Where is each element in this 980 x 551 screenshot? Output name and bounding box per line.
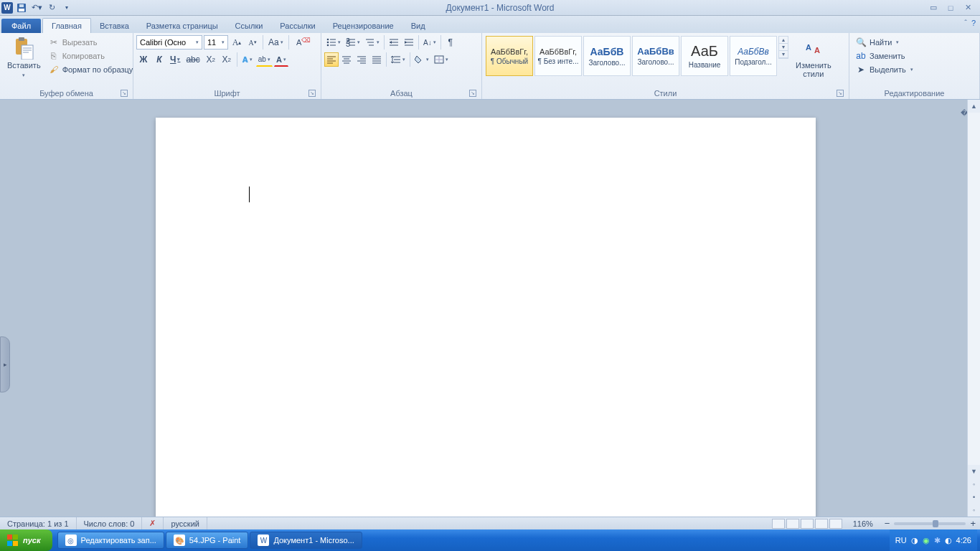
status-language[interactable]: русский bbox=[164, 517, 207, 529]
scroll-up-icon[interactable]: ▲ bbox=[968, 100, 980, 113]
file-tab[interactable]: Файл bbox=[1, 19, 41, 33]
scroll-up-icon[interactable]: ▴ bbox=[779, 37, 788, 44]
styles-launcher-icon[interactable]: ↘ bbox=[837, 90, 844, 97]
tab-references[interactable]: Ссылки bbox=[227, 19, 272, 33]
underline-button[interactable]: Ч bbox=[168, 52, 182, 67]
view-outline-button[interactable] bbox=[815, 519, 828, 529]
view-print-layout-button[interactable] bbox=[772, 519, 785, 529]
tray-clock[interactable]: 4:26 bbox=[956, 536, 971, 545]
ribbon-minimize-icon[interactable]: ˆ bbox=[964, 19, 967, 27]
qat-customize-icon[interactable]: ▾ bbox=[60, 1, 73, 14]
format-painter-button[interactable]: 🖌Формат по образцу bbox=[47, 63, 135, 76]
nav-handle[interactable]: ▸ bbox=[0, 336, 10, 392]
sort-button[interactable]: A↓ bbox=[421, 35, 438, 50]
align-center-button[interactable] bbox=[339, 52, 354, 67]
word-app-icon[interactable]: W bbox=[1, 2, 13, 14]
zoom-out-button[interactable]: − bbox=[885, 518, 890, 529]
align-left-button[interactable] bbox=[324, 52, 339, 67]
vertical-scrollbar[interactable]: ▲ ▼ ◦ • ◦ bbox=[967, 100, 980, 517]
start-button[interactable]: пуск bbox=[0, 529, 52, 551]
view-full-screen-button[interactable] bbox=[786, 519, 799, 529]
view-draft-button[interactable] bbox=[829, 519, 842, 529]
numbering-button[interactable]: 123 bbox=[344, 35, 362, 50]
taskbar-item-1[interactable]: 🎨54.JPG - Paint bbox=[166, 532, 249, 549]
maximize-icon[interactable]: □ bbox=[944, 3, 957, 13]
page[interactable] bbox=[156, 118, 816, 517]
close-icon[interactable]: ✕ bbox=[961, 3, 974, 13]
tray-icon-4[interactable]: ◐ bbox=[945, 536, 952, 545]
bullets-button[interactable] bbox=[324, 35, 343, 50]
style-item-4[interactable]: АаБНазвание bbox=[681, 36, 728, 76]
tray-icon-2[interactable]: ◉ bbox=[923, 536, 930, 545]
scroll-track[interactable] bbox=[968, 113, 980, 465]
tab-insert[interactable]: Вставка bbox=[91, 19, 138, 33]
next-page-icon[interactable]: ◦ bbox=[968, 504, 980, 517]
subscript-button[interactable]: X2 bbox=[204, 52, 218, 67]
tab-review[interactable]: Рецензирование bbox=[324, 19, 402, 33]
scroll-down-icon[interactable]: ▼ bbox=[968, 465, 980, 478]
font-size-combo[interactable]: 11▾ bbox=[204, 35, 228, 50]
grow-font-button[interactable]: A▴ bbox=[230, 35, 244, 50]
font-color-button[interactable]: A bbox=[274, 52, 288, 67]
save-icon[interactable] bbox=[15, 1, 28, 14]
document-area[interactable]: ▸ bbox=[0, 100, 967, 517]
zoom-in-button[interactable]: + bbox=[970, 518, 976, 529]
shading-button[interactable] bbox=[413, 52, 431, 67]
minimize-icon[interactable]: ▭ bbox=[927, 3, 940, 13]
paste-button[interactable]: Вставить▾ bbox=[3, 35, 45, 80]
tray-icon-3[interactable]: ✱ bbox=[934, 536, 941, 545]
line-spacing-button[interactable] bbox=[389, 52, 407, 67]
redo-icon[interactable]: ↻ bbox=[45, 1, 58, 14]
superscript-button[interactable]: X2 bbox=[220, 52, 234, 67]
copy-button[interactable]: ⎘Копировать bbox=[47, 50, 135, 62]
select-button[interactable]: ➤Выделить▾ bbox=[854, 63, 915, 76]
cut-button[interactable]: ✂Вырезать bbox=[47, 36, 135, 49]
font-launcher-icon[interactable]: ↘ bbox=[308, 90, 316, 97]
status-proofing[interactable]: ✗ bbox=[142, 517, 164, 529]
change-case-button[interactable]: Aa bbox=[266, 35, 286, 50]
zoom-thumb[interactable] bbox=[933, 520, 938, 527]
tray-lang[interactable]: RU bbox=[895, 536, 907, 545]
tab-page-layout[interactable]: Разметка страницы bbox=[138, 19, 227, 33]
zoom-level[interactable]: 116% bbox=[846, 517, 880, 529]
browse-object-icon[interactable]: • bbox=[968, 491, 980, 504]
clipboard-launcher-icon[interactable]: ↘ bbox=[121, 90, 128, 97]
paragraph-launcher-icon[interactable]: ↘ bbox=[469, 90, 476, 97]
shrink-font-button[interactable]: A▾ bbox=[245, 35, 260, 50]
multilevel-button[interactable] bbox=[363, 35, 382, 50]
bold-button[interactable]: Ж bbox=[136, 52, 151, 67]
styles-more-icon[interactable]: ▾ bbox=[779, 51, 788, 58]
taskbar-item-2[interactable]: WДокумент1 - Microso... bbox=[250, 532, 362, 549]
status-page[interactable]: Страница: 1 из 1 bbox=[0, 517, 77, 529]
style-item-5[interactable]: АаБбВвПодзагол... bbox=[730, 36, 777, 76]
justify-button[interactable] bbox=[369, 52, 384, 67]
taskbar-item-0[interactable]: ◎Редактировать зап... bbox=[57, 532, 164, 549]
text-effects-button[interactable]: A bbox=[240, 52, 255, 67]
undo-icon[interactable]: ↶▾ bbox=[30, 1, 43, 14]
borders-button[interactable] bbox=[432, 52, 451, 67]
style-item-2[interactable]: АаБбВЗаголово... bbox=[583, 36, 631, 76]
align-right-button[interactable] bbox=[354, 52, 369, 67]
italic-button[interactable]: К bbox=[152, 52, 166, 67]
style-item-3[interactable]: АаБбВвЗаголово... bbox=[632, 36, 679, 76]
decrease-indent-button[interactable] bbox=[387, 35, 401, 50]
tab-mailings[interactable]: Рассылки bbox=[271, 19, 324, 33]
tab-home[interactable]: Главная bbox=[42, 18, 91, 33]
prev-page-icon[interactable]: ◦ bbox=[968, 478, 980, 491]
highlight-button[interactable]: ab bbox=[256, 52, 273, 67]
style-item-0[interactable]: АаБбВвГг,¶ Обычный bbox=[486, 36, 533, 76]
change-styles-button[interactable]: AA Изменить стили bbox=[791, 35, 836, 80]
zoom-slider[interactable] bbox=[894, 522, 966, 525]
status-words[interactable]: Число слов: 0 bbox=[77, 517, 143, 529]
help-icon[interactable]: ? bbox=[971, 19, 976, 27]
styles-scroll[interactable]: ▴▾▾ bbox=[778, 36, 788, 59]
strikethrough-button[interactable]: abc bbox=[184, 52, 202, 67]
increase-indent-button[interactable] bbox=[402, 35, 416, 50]
clear-formatting-button[interactable]: A⌫ bbox=[292, 35, 306, 50]
tab-view[interactable]: Вид bbox=[402, 19, 434, 33]
find-button[interactable]: 🔍Найти▾ bbox=[854, 36, 915, 49]
tray-icon-1[interactable]: ◑ bbox=[911, 536, 918, 545]
view-web-button[interactable] bbox=[801, 519, 814, 529]
scroll-down-icon[interactable]: ▾ bbox=[779, 44, 788, 51]
style-item-1[interactable]: АаБбВвГг,¶ Без инте... bbox=[534, 36, 582, 76]
